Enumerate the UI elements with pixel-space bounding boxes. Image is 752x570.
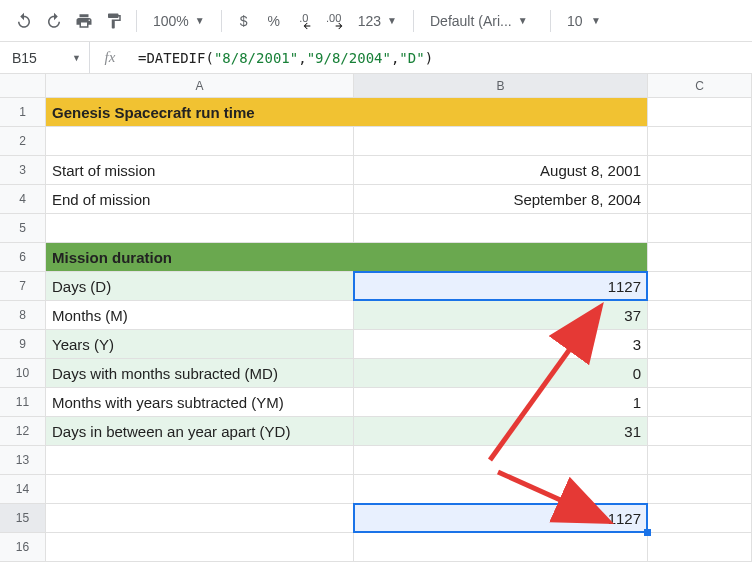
cell[interactable]: 31: [354, 417, 648, 445]
table-row: 16: [0, 533, 752, 562]
fx-icon: fx: [90, 42, 130, 73]
cell[interactable]: [46, 446, 354, 474]
cell[interactable]: 3: [354, 330, 648, 358]
zoom-dropdown[interactable]: 100% ▼: [145, 7, 213, 35]
select-all-corner[interactable]: [0, 74, 46, 97]
cell[interactable]: [354, 214, 648, 242]
row-header[interactable]: 12: [0, 417, 46, 445]
cell[interactable]: [648, 214, 752, 242]
formula-bar: B15 ▼ fx =DATEDIF("8/8/2001","9/8/2004",…: [0, 42, 752, 74]
cell[interactable]: [648, 504, 752, 532]
row-header[interactable]: 7: [0, 272, 46, 300]
cell[interactable]: 37: [354, 301, 648, 329]
font-dropdown[interactable]: Default (Ari... ▼: [422, 7, 542, 35]
row-header[interactable]: 14: [0, 475, 46, 503]
cell[interactable]: Months with years subtracted (YM): [46, 388, 354, 416]
row-header[interactable]: 13: [0, 446, 46, 474]
row-header[interactable]: 8: [0, 301, 46, 329]
row-header[interactable]: 16: [0, 533, 46, 561]
cell[interactable]: [46, 504, 354, 532]
selection-handle[interactable]: [644, 529, 651, 536]
table-row: 1 Genesis Spacecraft run time: [0, 98, 752, 127]
row-header[interactable]: 1: [0, 98, 46, 126]
cell[interactable]: [648, 533, 752, 561]
cell[interactable]: [354, 475, 648, 503]
row-header[interactable]: 2: [0, 127, 46, 155]
print-button[interactable]: [70, 7, 98, 35]
cell[interactable]: 1: [354, 388, 648, 416]
cell[interactable]: Days with months subracted (MD): [46, 359, 354, 387]
cell[interactable]: [354, 243, 648, 271]
cell[interactable]: [354, 533, 648, 561]
cell[interactable]: [354, 98, 648, 126]
row-header[interactable]: 15: [0, 504, 46, 532]
cell[interactable]: [648, 417, 752, 445]
row-header[interactable]: 3: [0, 156, 46, 184]
cell[interactable]: 1127: [354, 272, 648, 300]
zoom-value: 100%: [153, 13, 189, 29]
cell[interactable]: [648, 388, 752, 416]
cell[interactable]: [648, 127, 752, 155]
row-header[interactable]: 5: [0, 214, 46, 242]
cell[interactable]: August 8, 2001: [354, 156, 648, 184]
row-header[interactable]: 11: [0, 388, 46, 416]
row-header[interactable]: 4: [0, 185, 46, 213]
currency-button[interactable]: $: [230, 7, 258, 35]
percent-button[interactable]: %: [260, 7, 288, 35]
paint-format-button[interactable]: [100, 7, 128, 35]
table-row: 5: [0, 214, 752, 243]
cell[interactable]: [648, 301, 752, 329]
cell-selected[interactable]: 1127: [354, 504, 648, 532]
cell[interactable]: Genesis Spacecraft run time: [46, 98, 354, 126]
cell[interactable]: [648, 330, 752, 358]
cell[interactable]: [648, 475, 752, 503]
table-row: 2: [0, 127, 752, 156]
name-box[interactable]: B15 ▼: [0, 42, 90, 73]
chevron-down-icon: ▼: [72, 53, 81, 63]
col-header-B[interactable]: B: [354, 74, 648, 97]
chevron-down-icon: ▼: [387, 15, 397, 26]
col-header-C[interactable]: C: [648, 74, 752, 97]
cell[interactable]: September 8, 2004: [354, 185, 648, 213]
row-header[interactable]: 6: [0, 243, 46, 271]
font-value: Default (Ari...: [430, 13, 512, 29]
cell[interactable]: [354, 446, 648, 474]
cell[interactable]: Start of mission: [46, 156, 354, 184]
cell[interactable]: [648, 98, 752, 126]
cell[interactable]: [46, 127, 354, 155]
table-row: 12 Days in between an year apart (YD) 31: [0, 417, 752, 446]
row-header[interactable]: 10: [0, 359, 46, 387]
table-row: 7 Days (D) 1127: [0, 272, 752, 301]
row-header[interactable]: 9: [0, 330, 46, 358]
cell[interactable]: [648, 272, 752, 300]
table-row: 11 Months with years subtracted (YM) 1: [0, 388, 752, 417]
cell[interactable]: [648, 243, 752, 271]
decrease-decimal-button[interactable]: .0: [290, 7, 318, 35]
cell[interactable]: Years (Y): [46, 330, 354, 358]
cell[interactable]: 0: [354, 359, 648, 387]
cell[interactable]: Months (M): [46, 301, 354, 329]
redo-button[interactable]: [40, 7, 68, 35]
undo-button[interactable]: [10, 7, 38, 35]
cell[interactable]: [648, 359, 752, 387]
number-format-dropdown[interactable]: 123 ▼: [350, 7, 405, 35]
cell[interactable]: [46, 214, 354, 242]
formula-input[interactable]: =DATEDIF("8/8/2001","9/8/2004","D"): [130, 42, 752, 73]
increase-decimal-button[interactable]: .00: [320, 7, 348, 35]
cell[interactable]: [648, 446, 752, 474]
cell[interactable]: [46, 475, 354, 503]
cell[interactable]: End of mission: [46, 185, 354, 213]
table-row: 15 1127: [0, 504, 752, 533]
cell[interactable]: [648, 156, 752, 184]
cell[interactable]: [354, 127, 648, 155]
cell[interactable]: [648, 185, 752, 213]
cell[interactable]: [46, 533, 354, 561]
table-row: 6 Mission duration: [0, 243, 752, 272]
separator: [136, 10, 137, 32]
cell[interactable]: Days (D): [46, 272, 354, 300]
separator: [550, 10, 551, 32]
cell[interactable]: Days in between an year apart (YD): [46, 417, 354, 445]
font-size-dropdown[interactable]: 10 ▼: [559, 7, 609, 35]
cell[interactable]: Mission duration: [46, 243, 354, 271]
col-header-A[interactable]: A: [46, 74, 354, 97]
